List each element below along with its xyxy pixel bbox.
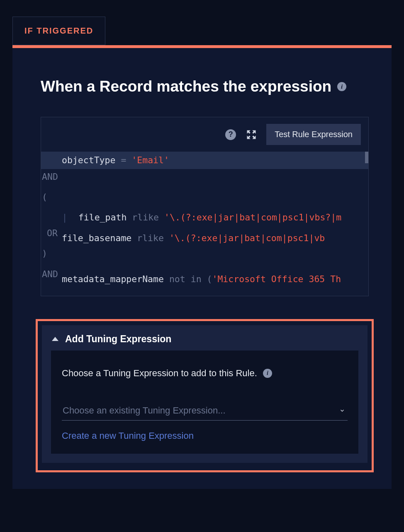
code-token: 'Email' [131,155,169,165]
code-token: ) [42,248,47,259]
info-icon[interactable]: i [263,369,272,378]
caret-up-icon [52,337,58,341]
test-rule-expression-button[interactable]: Test Rule Expression [266,124,361,145]
tuning-expression-select[interactable]: Choose an existing Tuning Expression... [62,403,348,421]
code-token: objectType [62,155,115,165]
code-token: AND [41,169,62,185]
expand-icon[interactable] [246,129,257,140]
info-icon[interactable]: i [337,82,346,91]
chevron-down-icon [339,408,345,414]
expression-toolbar: ? Test Rule Expression [41,117,368,152]
create-tuning-expression-link[interactable]: Create a new Tuning Expression [62,430,194,441]
page-title: When a Record matches the expression i [41,77,369,96]
add-tuning-highlight: Add Tuning Expression Choose a Tuning Ex… [36,319,374,472]
code-token: AND [41,266,62,282]
tab-label: IF TRIGGERED [24,26,93,35]
code-area[interactable]: objectType = 'Email'AND(| file_path rlik… [41,152,368,296]
select-placeholder: Choose an existing Tuning Expression... [63,405,226,416]
test-button-label: Test Rule Expression [275,130,353,139]
expression-editor: ? Test Rule Expression objectType = 'Ema… [41,117,369,296]
code-token: '\.(?:exe|jar|bat|com|psc1|vb [169,233,325,243]
code-token: '\.(?:exe|jar|bat|com|psc1|vbs?|m [164,212,341,222]
scrollbar-thumb[interactable] [365,152,368,163]
code-token: rlike [132,212,159,222]
add-tuning-body: Choose a Tuning Expression to add to thi… [51,351,358,454]
code-token: ( [42,192,47,202]
code-token: 'Microsoft Office 365 Th [212,273,341,284]
code-token: file_basename [62,233,131,243]
add-tuning-header[interactable]: Add Tuning Expression [42,325,367,351]
page-title-text: When a Record matches the expression [41,77,331,96]
create-link-label: Create a new Tuning Expression [62,430,194,441]
help-icon[interactable]: ? [225,129,236,140]
code-token: metadata_mapperName [62,273,164,284]
code-token: file_path [78,212,127,222]
rule-panel: When a Record matches the expression i ?… [12,45,392,489]
code-token: = [121,155,126,165]
code-token: not in [169,273,202,284]
code-token: OR [41,225,62,241]
code-token: ( [207,273,212,284]
choose-text: Choose a Tuning Expression to add to thi… [62,368,257,379]
code-token: rlike [137,233,164,243]
add-tuning-panel: Add Tuning Expression Choose a Tuning Ex… [42,325,367,463]
add-tuning-title: Add Tuning Expression [65,334,171,345]
tab-if-triggered[interactable]: IF TRIGGERED [12,17,105,45]
